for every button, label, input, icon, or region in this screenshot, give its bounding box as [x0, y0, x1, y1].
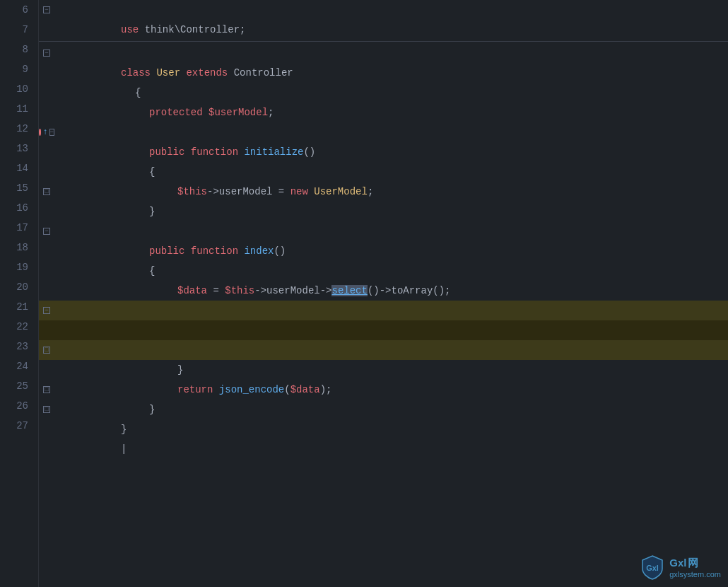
- watermark-text-block: Gxl 网 gxlsystem.com: [669, 557, 721, 579]
- code-line-27: |: [39, 419, 728, 439]
- code-content-24: return json_encode($data);: [54, 360, 725, 380]
- code-content-20: dump(empty($data));die;: [54, 281, 725, 301]
- code-content-16: [54, 202, 725, 221]
- code-line-21: − if(empty($data)){: [39, 301, 728, 320]
- section-divider: [39, 41, 728, 42]
- code-content-19: $data = $this->userModel->select()->toAr…: [54, 261, 725, 281]
- gutter-26: □: [39, 406, 54, 413]
- watermark-url: gxlsystem.com: [669, 570, 721, 579]
- code-line-14: $this->userModel = new UserModel;: [39, 162, 728, 182]
- line-num-21: 21: [6, 297, 33, 317]
- code-line-11: [39, 103, 728, 122]
- code-content-26: }: [54, 400, 725, 419]
- code-line-18: {: [39, 241, 728, 261]
- code-content-11: [54, 103, 725, 122]
- code-content-10: protected $userModel;: [54, 83, 725, 103]
- code-content-22: return "暂无数据";: [54, 320, 725, 340]
- code-line-17: − public function index(): [39, 221, 728, 241]
- code-line-16: [39, 202, 728, 221]
- fold-icon-23[interactable]: □: [43, 347, 50, 354]
- code-line-13: {: [39, 142, 728, 162]
- code-content-21: if(empty($data)){: [54, 301, 725, 320]
- gutter-8: −: [39, 50, 54, 57]
- code-line-23: □ }: [39, 340, 728, 360]
- code-line-12: ↑ − public function initialize(): [39, 122, 728, 142]
- code-line-26: □ }: [39, 400, 728, 419]
- line-num-11: 11: [6, 99, 33, 119]
- watermark-shield-icon: Gxl: [640, 554, 665, 580]
- gutter-21: −: [39, 307, 54, 314]
- code-line-8: − class User extends Controller: [39, 43, 728, 63]
- breakpoint-dot-12[interactable]: [39, 129, 41, 136]
- code-content-17: public function index(): [54, 221, 725, 241]
- code-content-14: $this->userModel = new UserModel;: [54, 162, 725, 182]
- line-num-10: 10: [6, 79, 33, 99]
- code-line-10: protected $userModel;: [39, 83, 728, 103]
- line-num-25: 25: [6, 376, 33, 396]
- svg-text:Gxl: Gxl: [646, 564, 659, 572]
- arrow-up-12: ↑: [42, 122, 47, 142]
- gutter-25: □: [39, 386, 54, 393]
- fold-icon-17[interactable]: −: [43, 228, 50, 235]
- code-line-19: $data = $this->userModel->select()->toAr…: [39, 261, 728, 281]
- line-num-14: 14: [6, 158, 33, 178]
- code-content-23: }: [54, 340, 725, 360]
- fold-icon-6[interactable]: −: [43, 6, 50, 13]
- gutter-6: −: [39, 6, 54, 13]
- line-num-6: 6: [6, 0, 33, 20]
- watermark-gxl: Gxl: [669, 557, 686, 569]
- fold-icon-25[interactable]: □: [43, 386, 50, 393]
- line-num-9: 9: [6, 59, 33, 79]
- cursor-27: |: [121, 443, 127, 455]
- fold-icon-8[interactable]: −: [43, 50, 50, 57]
- line-num-18: 18: [6, 238, 33, 257]
- code-line-6: − use think\Controller;: [39, 0, 728, 20]
- code-line-9: {: [39, 63, 728, 83]
- line-num-16: 16: [6, 198, 33, 218]
- line-num-7: 7: [6, 20, 33, 40]
- line-num-12: 12: [6, 119, 33, 139]
- fold-icon-26[interactable]: □: [43, 406, 50, 413]
- line-num-13: 13: [6, 139, 33, 158]
- watermark-wang: 网: [688, 557, 698, 570]
- gutter-15: □: [39, 188, 54, 195]
- code-line-22: return "暂无数据";: [39, 320, 728, 340]
- line-num-27: 27: [6, 416, 33, 436]
- code-content-6: use think\Controller;: [54, 0, 725, 20]
- line-num-23: 23: [6, 337, 33, 356]
- code-content-27: |: [54, 419, 725, 439]
- code-line-15: □ }: [39, 182, 728, 202]
- line-num-22: 22: [6, 317, 33, 337]
- line-num-19: 19: [6, 257, 33, 277]
- watermark: Gxl Gxl 网 gxlsystem.com: [640, 554, 721, 580]
- gutter-17: −: [39, 228, 54, 235]
- line-num-20: 20: [6, 277, 33, 297]
- code-line-24: return json_encode($data);: [39, 360, 728, 380]
- code-content-8: class User extends Controller: [54, 43, 725, 63]
- code-content-18: {: [54, 241, 725, 261]
- code-content-12: public function initialize(): [54, 122, 725, 142]
- code-content-13: {: [54, 142, 725, 162]
- line-num-8: 8: [6, 40, 33, 59]
- line-num-17: 17: [6, 218, 33, 238]
- fold-icon-12[interactable]: −: [49, 129, 54, 136]
- gutter-23: □: [39, 347, 54, 354]
- code-line-25: □ }: [39, 380, 728, 400]
- code-content-15: }: [54, 182, 725, 202]
- line-num-24: 24: [6, 356, 33, 376]
- code-content-25: }: [54, 380, 725, 400]
- line-num-15: 15: [6, 178, 33, 198]
- gutter-12: ↑ −: [39, 122, 54, 142]
- code-lines-container: − use think\Controller; − class User ex: [39, 0, 728, 587]
- code-line-20: dump(empty($data));die;: [39, 281, 728, 301]
- line-num-26: 26: [6, 396, 33, 416]
- code-area: 6 7 8 9 10 11 12 13 14 15 16 17 18 19 20…: [0, 0, 728, 587]
- code-editor: 6 7 8 9 10 11 12 13 14 15 16 17 18 19 20…: [0, 0, 728, 587]
- line-numbers: 6 7 8 9 10 11 12 13 14 15 16 17 18 19 20…: [0, 0, 39, 587]
- fold-icon-15[interactable]: □: [43, 188, 50, 195]
- fold-icon-21[interactable]: −: [43, 307, 50, 314]
- code-content-7: [54, 20, 725, 40]
- code-line-7: [39, 20, 728, 40]
- code-content-9: {: [54, 63, 725, 83]
